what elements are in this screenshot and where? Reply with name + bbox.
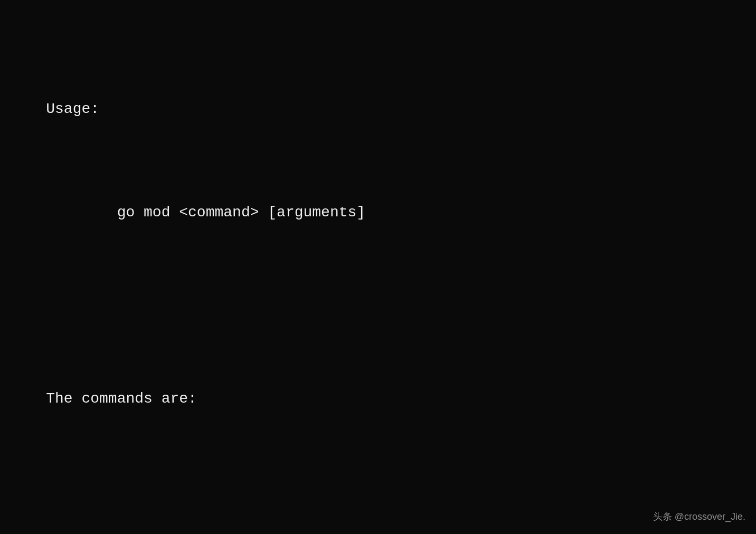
commands-table: downloaddownload modules to local cachee… xyxy=(95,513,745,534)
terminal-window: Usage: go mod <command> [arguments] The … xyxy=(11,16,745,534)
commands-header: The commands are: xyxy=(11,327,745,430)
usage-label: Usage: xyxy=(46,101,99,117)
watermark: 头条 @crossover_Jie. xyxy=(653,510,745,523)
usage-section: Usage: go mod <command> [arguments] xyxy=(11,78,745,244)
usage-command: go mod <command> [arguments] xyxy=(46,204,365,221)
commands-header-text: The commands are: xyxy=(46,390,197,407)
